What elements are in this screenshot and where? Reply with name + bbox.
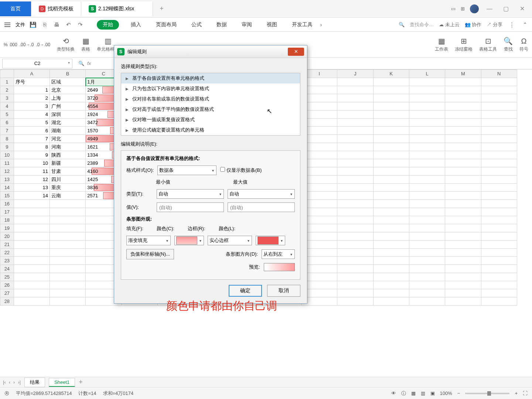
min-type-select[interactable]: 自动 [157, 189, 224, 199]
cancel-button[interactable]: 取消 [267, 285, 300, 297]
file-menu[interactable]: 文件 [16, 21, 25, 28]
format-style-select[interactable]: 数据条 [157, 166, 216, 175]
table-tool-icon: ⊡ [485, 37, 491, 45]
refresh-icon: ⟲ [63, 37, 69, 45]
rule-type-item[interactable]: ▶使用公式确定要设置格式的单元格 [121, 125, 300, 135]
cloud-status[interactable]: ☁ 未上云 [439, 21, 460, 28]
menu-tab-7[interactable]: 开发工具 [289, 20, 316, 30]
dec-decimal-button[interactable]: .0→.00 [36, 42, 50, 47]
more-icon[interactable]: ⋮ [508, 21, 516, 29]
dialog-title-bar[interactable]: S 编辑规则 ✕ [114, 45, 307, 58]
show-bar-only-checkbox[interactable]: 仅显示数据条(B) [220, 167, 262, 174]
rule-type-item[interactable]: ▶仅对排名靠前或靠后的数值设置格式 [121, 94, 300, 104]
fill-type-select[interactable]: 渐变填充 [126, 236, 171, 245]
add-sheet-button[interactable]: + [79, 378, 83, 386]
edit-rule-desc-label: 编辑规则说明(E): [121, 141, 300, 147]
undo-icon[interactable]: ↶ [64, 21, 72, 29]
zoom-out-button[interactable]: − [457, 391, 460, 396]
min-header: 最小值 [156, 179, 170, 185]
dialog-close-button[interactable]: ✕ [288, 48, 304, 56]
status-sum: 求和=4万0174 [103, 390, 134, 397]
collapse-ribbon-icon[interactable]: ⌃ [521, 21, 529, 29]
dialog-app-icon: S [117, 48, 125, 55]
rule-type-list[interactable]: ▶基于各自值设置所有单元格的格式▶只为包含以下内容的单元格设置格式▶仅对排名靠前… [121, 73, 300, 136]
tab-doke-templates[interactable]: D 找稻壳模板 [31, 1, 81, 16]
zoom-level[interactable]: 100% [440, 391, 452, 396]
sheet-prev-icon[interactable]: ‹ [9, 379, 10, 385]
eye-icon[interactable]: 👁 [391, 391, 396, 396]
table-tool-button[interactable]: 表格工具 [479, 46, 497, 52]
save-as-icon[interactable]: ⎘ [41, 21, 49, 29]
sheet-first-icon[interactable]: |‹ [3, 379, 6, 385]
fx-icon[interactable]: fx [87, 61, 91, 66]
max-value-input[interactable] [228, 202, 295, 212]
negative-axis-button[interactable]: 负值和坐标轴(N)... [126, 249, 174, 259]
border-color-select[interactable] [256, 236, 285, 245]
rule-type-item[interactable]: ▶仅对高于或低于平均值的数值设置格式 [121, 104, 300, 115]
view-break-icon[interactable]: ▣ [430, 391, 435, 396]
menu-tab-6[interactable]: 视图 [264, 20, 280, 30]
maximize-button[interactable]: ▢ [500, 3, 511, 14]
redo-icon[interactable]: ↷ [76, 21, 84, 29]
view-page-icon[interactable]: ▥ [421, 391, 425, 396]
tab-home[interactable]: 首页 [0, 1, 31, 16]
fill-color-select[interactable] [174, 236, 204, 245]
rule-description-panel: 基于各自值设置所有单元格的格式: 格式样式(O): 数据条 仅显示数据条(B) … [121, 150, 300, 280]
sheet-last-icon[interactable]: ›| [18, 379, 21, 385]
close-button[interactable]: ✕ [516, 3, 528, 14]
find-button[interactable]: 查找 [504, 46, 513, 52]
record-icon[interactable]: ⦿ [4, 391, 9, 396]
border-type-select[interactable]: 实心边框 [208, 236, 252, 245]
rule-type-item[interactable]: ▶仅对唯一值或重复值设置格式 [121, 115, 300, 125]
desc-heading: 基于各自值设置所有单元格的格式: [126, 155, 295, 162]
sheet-next-icon[interactable]: › [13, 379, 15, 385]
percent-button[interactable]: % [4, 42, 8, 47]
tab-current-file[interactable]: S 2.12蝴蝶图.xlsx [81, 1, 153, 16]
share-button[interactable]: ↗ 分享 [487, 21, 502, 28]
menu-tab-3[interactable]: 公式 [188, 20, 205, 30]
fullscreen-icon[interactable]: ⛶ [523, 391, 528, 396]
find-icon: 🔍 [504, 37, 513, 45]
menu-tab-1[interactable]: 插入 [128, 20, 144, 30]
ok-button[interactable]: 确定 [229, 285, 262, 297]
hamburger-icon[interactable] [3, 21, 12, 28]
zoom-fx-icon[interactable]: 🔍 [78, 61, 84, 66]
grid-view-icon[interactable]: ▭ [451, 6, 456, 11]
menu-tab-2[interactable]: 页面布局 [153, 20, 180, 30]
menu-tab-0[interactable]: 开始 [97, 20, 119, 30]
minimize-button[interactable]: — [484, 3, 495, 14]
avatar[interactable] [470, 4, 479, 13]
sheet-tab-result[interactable]: 结果 [24, 378, 45, 387]
more-menus-icon[interactable]: › [317, 21, 325, 29]
bar-direction-select[interactable]: 从右到左 [262, 249, 295, 259]
zoom-in-button[interactable]: + [515, 391, 518, 396]
collab-button[interactable]: 👥 协作 [465, 21, 482, 28]
menu-tab-4[interactable]: 数据 [214, 20, 230, 30]
rule-type-item[interactable]: ▶基于各自值设置所有单元格的格式 [121, 73, 300, 83]
zoom-slider[interactable] [465, 393, 509, 394]
menu-tab-5[interactable]: 审阅 [239, 20, 255, 30]
inc-decimal-button[interactable]: .00→.0 [20, 42, 34, 47]
read-mode-icon[interactable]: ⓘ [401, 390, 406, 397]
save-icon[interactable]: 💾 [29, 21, 37, 29]
thousands-button[interactable]: 000 [10, 42, 17, 47]
max-type-select[interactable]: 自动 [228, 189, 295, 199]
cursor-icon: ↖ [267, 107, 272, 115]
worksheet-button[interactable]: 工作表 [435, 46, 448, 52]
table-format-button[interactable]: 表格 [81, 46, 90, 52]
cell-reference-box[interactable]: C2 [2, 59, 72, 68]
print-icon[interactable]: 🖶 [52, 21, 61, 29]
search-commands[interactable]: 查找命令… [410, 21, 434, 28]
dialog-title: 编辑规则 [127, 48, 147, 55]
bar-direction-label: 条形图方向(D): [226, 251, 258, 258]
type-convert-button[interactable]: 类型转换 [57, 46, 75, 52]
symbol-button[interactable]: 符号 [519, 46, 528, 52]
sheet-tab-sheet1[interactable]: Sheet1 [49, 378, 75, 387]
apps-icon[interactable]: ⊞ [461, 6, 465, 11]
rule-type-item[interactable]: ▶只为包含以下内容的单元格设置格式 [121, 83, 300, 94]
view-normal-icon[interactable]: ▦ [411, 391, 416, 396]
min-value-input[interactable] [157, 202, 224, 212]
freeze-icon: ⊞ [461, 37, 467, 45]
new-tab-button[interactable]: + [153, 5, 170, 13]
freeze-panes-button[interactable]: 冻结窗格 [455, 46, 473, 52]
